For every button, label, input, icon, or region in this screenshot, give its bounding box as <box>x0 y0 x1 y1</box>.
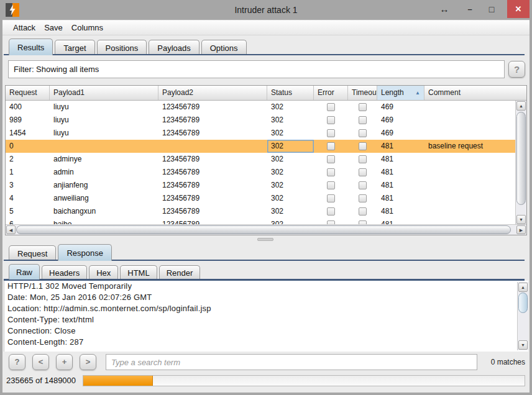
tab-hex[interactable]: Hex <box>89 265 118 279</box>
scroll-up-icon[interactable]: ▲ <box>516 101 526 111</box>
error-checkbox[interactable] <box>327 181 335 189</box>
column-header-timeout[interactable]: Timeout <box>348 86 377 100</box>
table-horizontal-scrollbar[interactable]: ◀ ▶ <box>6 224 526 235</box>
timeout-cell <box>348 179 377 192</box>
title-bar[interactable]: Intruder attack 1 ↔ – □ ✕ <box>0 0 532 20</box>
payload1-cell: baichangxun <box>50 205 158 218</box>
search-previous-button[interactable]: < <box>32 354 49 370</box>
timeout-checkbox[interactable] <box>359 168 367 176</box>
error-checkbox[interactable] <box>327 168 335 176</box>
payload1-cell: anjianfeng <box>50 179 158 192</box>
table-row[interactable]: 6baibo123456789302481 <box>6 218 516 224</box>
timeout-checkbox[interactable] <box>359 207 367 216</box>
table-row[interactable]: 400liuyu123456789302469 <box>6 101 516 114</box>
tab-raw[interactable]: Raw <box>9 264 40 279</box>
close-button[interactable]: ✕ <box>507 0 530 18</box>
table-row[interactable]: 3anjianfeng123456789302481 <box>6 179 516 192</box>
error-cell <box>314 140 348 153</box>
table-row[interactable]: 1admin123456789302481 <box>6 166 516 179</box>
timeout-checkbox[interactable] <box>359 116 367 124</box>
resize-button[interactable]: ↔ <box>435 0 454 19</box>
table-row[interactable]: 5baichangxun123456789302481 <box>6 205 516 218</box>
search-next-button[interactable]: > <box>80 354 96 370</box>
maximize-button[interactable]: □ <box>482 0 501 19</box>
table-row[interactable]: 989liuyu123456789302469 <box>6 114 516 127</box>
tab-headers[interactable]: Headers <box>42 265 87 279</box>
comment-cell <box>424 205 516 218</box>
menu-attack[interactable]: Attack <box>9 20 40 35</box>
scroll-right-icon[interactable]: ▶ <box>516 225 526 234</box>
tab-html[interactable]: HTML <box>120 265 157 279</box>
error-checkbox[interactable] <box>327 116 335 124</box>
timeout-checkbox[interactable] <box>359 194 367 202</box>
splitter-handle[interactable] <box>257 238 273 241</box>
tab-positions[interactable]: Positions <box>97 40 147 55</box>
results-rows: 400liuyu123456789302469989liuyu123456789… <box>6 101 516 224</box>
response-raw-view[interactable]: HTTP/1.1 302 Moved TemporarilyDate: Mon,… <box>4 281 528 352</box>
error-cell <box>314 205 348 218</box>
error-checkbox[interactable] <box>327 103 335 111</box>
error-cell <box>314 127 348 140</box>
column-header-error[interactable]: Error <box>314 86 348 100</box>
format-tabs: RawHeadersHexHTMLRender <box>9 263 202 279</box>
payload2-cell: 123456789 <box>158 192 267 205</box>
table-row[interactable]: 2adminye123456789302481 <box>6 153 516 166</box>
timeout-checkbox[interactable] <box>359 103 367 111</box>
scroll-down-icon[interactable]: ▼ <box>518 340 528 350</box>
tab-response[interactable]: Response <box>58 244 112 261</box>
search-help-button[interactable]: ? <box>9 354 25 370</box>
error-checkbox[interactable] <box>327 142 335 150</box>
search-input[interactable] <box>106 354 477 370</box>
help-button[interactable]: ? <box>508 61 525 78</box>
horizontal-scroll-thumb[interactable] <box>16 225 511 234</box>
table-row[interactable]: 4anweiliang123456789302481 <box>6 192 516 205</box>
tab-options[interactable]: Options <box>201 40 247 55</box>
column-header-payload2[interactable]: Payload2 <box>158 86 267 100</box>
tab-request[interactable]: Request <box>9 245 56 261</box>
menu-bar: AttackSaveColumns <box>2 20 530 35</box>
error-cell <box>314 114 348 127</box>
tab-payloads[interactable]: Payloads <box>149 40 199 55</box>
column-header-payload1[interactable]: Payload1 <box>50 86 158 100</box>
response-scroll-thumb[interactable] <box>518 293 528 313</box>
scroll-left-icon[interactable]: ◀ <box>6 225 16 234</box>
filter-bar[interactable]: Filter: Showing all items <box>8 60 505 78</box>
minimize-button[interactable]: – <box>461 0 479 19</box>
column-header-length[interactable]: Length▲ <box>377 86 424 100</box>
menu-save[interactable]: Save <box>40 20 67 35</box>
tab-target[interactable]: Target <box>55 40 94 55</box>
tab-results[interactable]: Results <box>9 39 53 55</box>
payload1-cell: liuyu <box>50 101 158 114</box>
length-cell: 469 <box>377 114 424 127</box>
timeout-checkbox[interactable] <box>359 129 367 137</box>
status-cell: 302 <box>267 101 314 114</box>
vertical-scroll-thumb[interactable] <box>516 112 526 205</box>
length-cell: 481 <box>377 218 424 224</box>
column-header-comment[interactable]: Comment <box>424 86 526 100</box>
tab-render[interactable]: Render <box>159 265 201 279</box>
error-checkbox[interactable] <box>327 207 335 216</box>
payload2-cell: 123456789 <box>158 114 267 127</box>
progress-bar <box>83 375 525 386</box>
column-header-status[interactable]: Status <box>267 86 314 100</box>
error-cell <box>314 166 348 179</box>
timeout-checkbox[interactable] <box>359 155 367 163</box>
table-vertical-scrollbar[interactable]: ▲ ▼ <box>515 101 526 225</box>
timeout-checkbox[interactable] <box>359 142 367 150</box>
error-checkbox[interactable] <box>327 129 335 137</box>
error-checkbox[interactable] <box>327 155 335 163</box>
scroll-down-icon[interactable]: ▼ <box>516 215 526 224</box>
table-row[interactable]: 1454liuyu123456789302469 <box>6 127 516 140</box>
timeout-checkbox[interactable] <box>359 181 367 189</box>
column-header-request[interactable]: Request <box>6 86 50 100</box>
status-cell: 302 <box>267 140 314 153</box>
request-cell: 0 <box>6 140 50 153</box>
search-add-button[interactable]: + <box>56 354 73 370</box>
error-checkbox[interactable] <box>327 194 335 202</box>
viewer-tabs: RequestResponse <box>9 243 114 261</box>
scroll-up-icon[interactable]: ▲ <box>518 283 528 292</box>
intruder-window: Intruder attack 1 ↔ – □ ✕ AttackSaveColu… <box>0 0 532 395</box>
menu-columns[interactable]: Columns <box>67 20 108 35</box>
table-row[interactable]: 0302481baseline request <box>6 140 516 153</box>
response-vertical-scrollbar[interactable]: ▲ ▼ <box>517 282 528 350</box>
